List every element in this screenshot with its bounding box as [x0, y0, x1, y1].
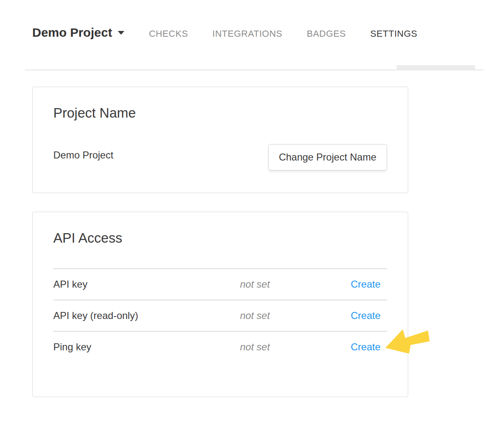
api-access-card: API Access API key not set Create API ke…: [32, 212, 408, 397]
api-keys-table: API key not set Create API key (read-onl…: [53, 268, 387, 362]
api-access-card-title: API Access: [53, 230, 387, 246]
top-navigation: Demo Project CHECKS INTEGRATIONS BADGES …: [25, 0, 483, 71]
project-switcher-label: Demo Project: [32, 26, 112, 40]
tab-settings[interactable]: SETTINGS: [370, 28, 417, 39]
chevron-down-icon: [118, 31, 124, 35]
active-tab-indicator: [397, 65, 475, 71]
ping-key-label: Ping key: [53, 341, 240, 353]
project-name-value: Demo Project: [53, 149, 113, 161]
table-row-api-key-read-only: API key (read-only) not set Create: [53, 300, 387, 331]
settings-page: Project Name Demo Project Change Project…: [32, 87, 408, 397]
create-api-key-link[interactable]: Create: [351, 279, 387, 290]
api-key-read-only-value: not set: [240, 310, 351, 321]
tab-integrations[interactable]: INTEGRATIONS: [212, 28, 282, 39]
tab-checks[interactable]: CHECKS: [149, 28, 188, 39]
api-key-label: API key: [53, 279, 240, 290]
create-api-key-read-only-link[interactable]: Create: [351, 310, 387, 321]
tab-badges[interactable]: BADGES: [307, 28, 346, 39]
project-name-card: Project Name Demo Project Change Project…: [32, 87, 408, 193]
change-project-name-button[interactable]: Change Project Name: [268, 144, 387, 170]
table-row-ping-key: Ping key not set Create: [53, 331, 387, 362]
api-key-value: not set: [240, 279, 351, 290]
api-key-read-only-label: API key (read-only): [53, 310, 240, 321]
project-name-card-title: Project Name: [53, 105, 387, 121]
project-switcher[interactable]: Demo Project: [32, 26, 124, 40]
create-ping-key-link[interactable]: Create: [351, 341, 387, 353]
ping-key-value: not set: [240, 341, 351, 353]
project-name-row: Demo Project Change Project Name: [53, 144, 387, 170]
table-row-api-key: API key not set Create: [53, 268, 387, 300]
nav-row: Demo Project CHECKS INTEGRATIONS BADGES …: [32, 26, 417, 40]
